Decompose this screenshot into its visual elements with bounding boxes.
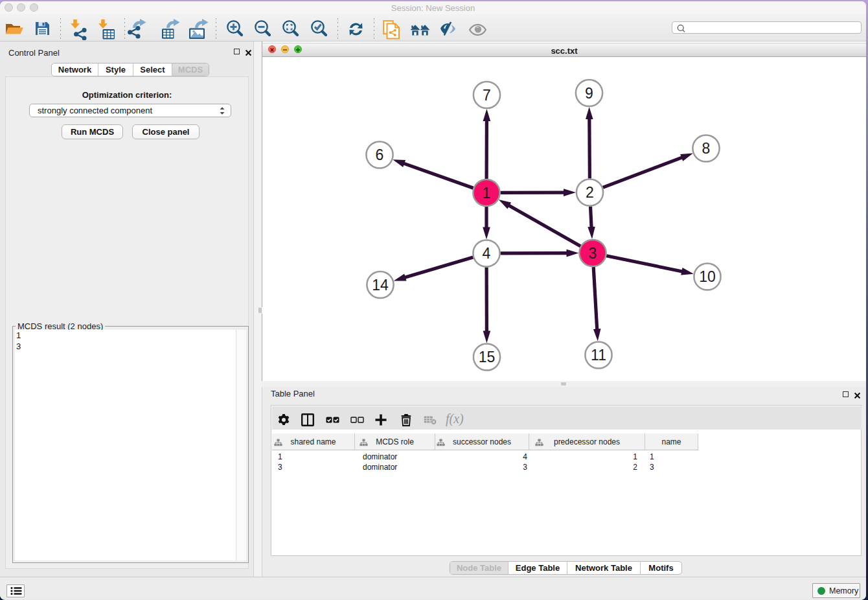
svg-text:9: 9 <box>585 85 593 102</box>
svg-text:14: 14 <box>372 277 389 294</box>
svg-text:2: 2 <box>586 184 594 201</box>
svg-text:6: 6 <box>376 146 384 163</box>
svg-text:3: 3 <box>589 245 597 262</box>
svg-text:4: 4 <box>483 245 491 262</box>
svg-text:10: 10 <box>699 268 716 285</box>
svg-text:7: 7 <box>483 87 491 104</box>
svg-text:1: 1 <box>483 185 491 202</box>
svg-text:15: 15 <box>479 349 496 365</box>
svg-text:8: 8 <box>702 140 711 157</box>
svg-text:11: 11 <box>591 347 606 363</box>
